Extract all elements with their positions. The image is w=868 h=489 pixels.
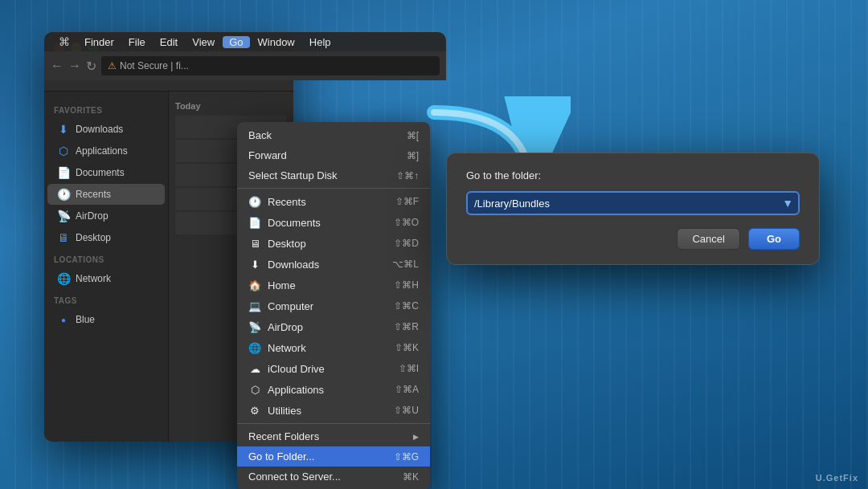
locations-label: Locations <box>44 249 168 267</box>
menu-downloads-label: Downloads <box>268 259 386 271</box>
menu-network-label: Network <box>268 342 388 354</box>
network-icon: 🌐 <box>57 272 70 285</box>
watermark: U.GetFix <box>816 473 858 483</box>
recents-icon: 🕐 <box>57 188 70 201</box>
finder-sidebar: Favorites ⬇ Downloads ⬡ Applications 📄 D… <box>44 92 169 442</box>
address-bar[interactable]: ⚠ Not Secure | fi... <box>101 56 440 75</box>
blue-tag-icon: ● <box>57 313 70 326</box>
downloads-icon: ⬇ <box>57 123 70 136</box>
downloads-menu-icon: ⬇ <box>248 258 261 271</box>
applications-menu-icon: ⬡ <box>248 383 261 396</box>
menu-airdrop-shortcut: ⇧⌘R <box>394 321 419 332</box>
menu-recent-folders-label: Recent Folders <box>248 430 403 442</box>
menu-applications-shortcut: ⇧⌘A <box>395 384 419 395</box>
sidebar-item-downloads[interactable]: ⬇ Downloads <box>47 119 165 140</box>
utilities-menu-icon: ⚙ <box>248 404 261 417</box>
menu-icloud-label: iCloud Drive <box>268 363 392 375</box>
menubar: ⌘ Finder File Edit View Go Window Help <box>44 32 446 51</box>
menu-desktop[interactable]: 🖥 Desktop ⇧⌘D <box>237 233 430 254</box>
cancel-button[interactable]: Cancel <box>677 228 739 250</box>
documents-menu-icon: 📄 <box>248 216 261 229</box>
menu-documents-label: Documents <box>268 217 387 229</box>
sidebar-item-applications[interactable]: ⬡ Applications <box>47 141 165 161</box>
airdrop-menu-icon: 📡 <box>248 320 261 333</box>
browser-toolbar: ← → ↻ ⚠ Not Secure | fi... <box>44 51 446 80</box>
sidebar-item-desktop[interactable]: 🖥 Desktop <box>47 227 165 248</box>
menu-utilities-label: Utilities <box>268 405 387 417</box>
sidebar-label-applications: Applications <box>76 145 128 157</box>
menu-downloads-shortcut: ⌥⌘L <box>392 259 419 270</box>
menu-airdrop[interactable]: 📡 AirDrop ⇧⌘R <box>237 316 430 337</box>
icloud-menu-icon: ☁ <box>248 362 261 375</box>
menu-computer-label: Computer <box>268 300 387 312</box>
home-menu-icon: 🏠 <box>248 279 261 291</box>
goto-dialog: Go to the folder: ▼ Cancel Go <box>446 153 820 265</box>
airdrop-icon: 📡 <box>57 210 70 222</box>
dialog-title: Go to the folder: <box>466 169 800 181</box>
security-warning-icon: ⚠ <box>108 60 117 71</box>
sidebar-item-documents[interactable]: 📄 Documents <box>47 162 165 183</box>
menu-icloud-shortcut: ⇧⌘I <box>399 363 419 374</box>
menu-desktop-label: Desktop <box>268 238 387 250</box>
desktop-icon: 🖥 <box>57 231 70 244</box>
dialog-buttons: Cancel Go <box>466 228 800 250</box>
network-menu-icon: 🌐 <box>248 341 261 354</box>
separator-1 <box>237 188 430 189</box>
applications-icon: ⬡ <box>57 145 70 157</box>
sidebar-item-network[interactable]: 🌐 Network <box>47 268 165 289</box>
sidebar-label-airdrop: AirDrop <box>76 210 108 222</box>
menu-goto-folder[interactable]: Go to Folder... ⇧⌘G <box>237 446 430 467</box>
menu-applications[interactable]: ⬡ Applications ⇧⌘A <box>237 379 430 400</box>
sidebar-label-downloads: Downloads <box>76 124 123 135</box>
apple-menu[interactable]: ⌘ <box>52 35 76 48</box>
back-nav[interactable]: ← <box>51 59 63 73</box>
menubar-view[interactable]: View <box>186 36 221 48</box>
menu-home-label: Home <box>268 279 387 291</box>
menu-select-startup[interactable]: Select Startup Disk ⇧⌘↑ <box>237 165 430 185</box>
tags-label: Tags <box>44 290 168 308</box>
menu-downloads[interactable]: ⬇ Downloads ⌥⌘L <box>237 254 430 275</box>
menu-home-shortcut: ⇧⌘H <box>394 279 419 291</box>
address-text: Not Secure | fi... <box>120 60 189 71</box>
menu-forward[interactable]: Forward ⌘] <box>237 145 430 165</box>
sidebar-label-blue: Blue <box>76 314 95 325</box>
menubar-edit[interactable]: Edit <box>154 36 184 48</box>
sidebar-item-airdrop[interactable]: 📡 AirDrop <box>47 206 165 226</box>
menu-back-label: Back <box>248 129 400 141</box>
separator-2 <box>237 423 430 424</box>
menu-startup-label: Select Startup Disk <box>248 169 390 181</box>
sidebar-item-recents[interactable]: 🕐 Recents <box>47 184 165 205</box>
menubar-window[interactable]: Window <box>252 36 301 48</box>
reload-nav[interactable]: ↻ <box>86 59 96 74</box>
date-label: Today <box>175 98 287 116</box>
sidebar-label-network: Network <box>76 273 111 284</box>
menu-connect-label: Connect to Server... <box>248 471 396 483</box>
menu-home[interactable]: 🏠 Home ⇧⌘H <box>237 275 430 295</box>
menu-connect-shortcut: ⌘K <box>403 471 419 483</box>
documents-icon: 📄 <box>57 166 70 179</box>
go-button[interactable]: Go <box>748 228 800 250</box>
menubar-help[interactable]: Help <box>303 36 338 48</box>
menu-documents[interactable]: 📄 Documents ⇧⌘O <box>237 212 430 233</box>
menu-connect-server[interactable]: Connect to Server... ⌘K <box>237 467 430 487</box>
menu-utilities[interactable]: ⚙ Utilities ⇧⌘U <box>237 400 430 421</box>
folder-path-input[interactable] <box>466 191 800 215</box>
forward-nav[interactable]: → <box>68 59 81 73</box>
menu-applications-label: Applications <box>268 384 388 396</box>
menu-airdrop-label: AirDrop <box>268 321 387 333</box>
menubar-file[interactable]: File <box>122 36 152 48</box>
menu-icloud[interactable]: ☁ iCloud Drive ⇧⌘I <box>237 358 430 379</box>
menu-back[interactable]: Back ⌘[ <box>237 125 430 145</box>
menu-computer[interactable]: 💻 Computer ⇧⌘C <box>237 295 430 316</box>
menubar-finder[interactable]: Finder <box>78 36 121 48</box>
dialog-input-wrapper: ▼ <box>466 191 800 215</box>
menu-recents[interactable]: 🕐 Recents ⇧⌘F <box>237 191 430 212</box>
sidebar-label-desktop: Desktop <box>76 232 111 243</box>
computer-menu-icon: 💻 <box>248 300 261 312</box>
sidebar-item-blue-tag[interactable]: ● Blue <box>47 309 165 330</box>
menubar-go[interactable]: Go <box>223 36 249 48</box>
menu-recents-label: Recents <box>268 196 389 208</box>
menu-network[interactable]: 🌐 Network ⇧⌘K <box>237 337 430 358</box>
menu-recent-folders[interactable]: Recent Folders <box>237 426 430 446</box>
menu-forward-label: Forward <box>248 149 400 161</box>
